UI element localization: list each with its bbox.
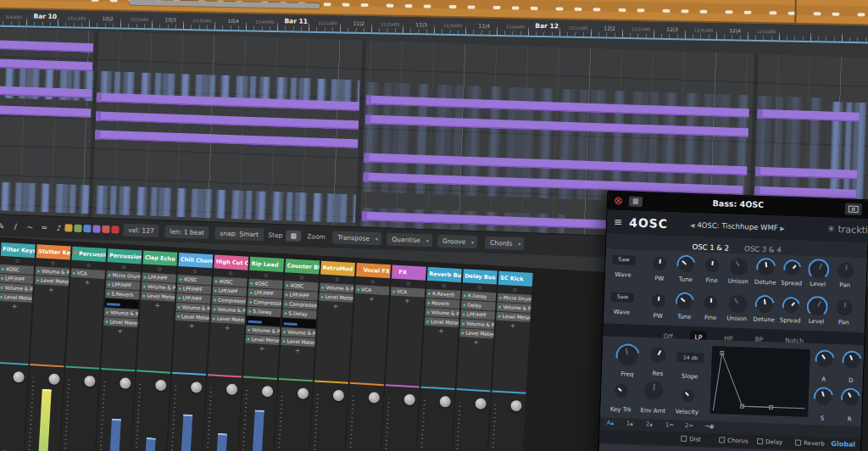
knob-unison[interactable] bbox=[728, 294, 747, 313]
pan-knob[interactable] bbox=[13, 371, 25, 383]
channel-header[interactable]: Reverb Bus bbox=[427, 267, 462, 282]
pan-knob[interactable] bbox=[475, 398, 487, 409]
fader-strip[interactable]: MS bbox=[199, 374, 242, 451]
wave-select-button[interactable]: Saw bbox=[611, 292, 634, 303]
channel-header[interactable]: Filter Keys bbox=[1, 242, 36, 258]
channel-header[interactable]: SC Kick bbox=[498, 271, 533, 287]
knob-velocity[interactable] bbox=[681, 388, 694, 402]
zoom-label[interactable]: Zoom bbox=[307, 232, 326, 241]
preset-next-icon[interactable]: ▶ bbox=[780, 226, 785, 232]
color-swatch[interactable] bbox=[102, 226, 109, 233]
pan-knob[interactable] bbox=[155, 380, 167, 392]
pan-knob[interactable] bbox=[191, 381, 203, 393]
color-swatch[interactable] bbox=[83, 225, 91, 232]
checkbox-icon[interactable] bbox=[757, 438, 763, 444]
fx-checkbox-delay[interactable]: Delay bbox=[757, 438, 782, 446]
fx-checkbox-chorus[interactable]: Chorus bbox=[719, 437, 748, 444]
pan-knob[interactable] bbox=[510, 400, 522, 412]
knob-env-amt[interactable] bbox=[644, 381, 664, 400]
knob-pw[interactable] bbox=[652, 293, 666, 308]
knob-level[interactable] bbox=[808, 297, 826, 315]
pan-knob[interactable] bbox=[368, 392, 380, 404]
knob-d[interactable] bbox=[843, 352, 860, 369]
pan-knob[interactable] bbox=[120, 377, 131, 389]
checkbox-icon[interactable] bbox=[795, 439, 801, 445]
pan-knob[interactable] bbox=[84, 376, 96, 387]
global-tab[interactable]: Global bbox=[831, 440, 855, 448]
plugin-window-4osc[interactable]: ⊗ ▦ Bass: 4OSC ≡ 4OSC ◀ 4OSC: Tischhupe … bbox=[598, 191, 868, 451]
envelope-icon[interactable]: 2▴ bbox=[646, 420, 653, 427]
knob-a[interactable] bbox=[816, 351, 833, 368]
knob-detune[interactable] bbox=[756, 296, 773, 313]
channel-header[interactable]: RetroMod Digital bbox=[320, 261, 355, 276]
color-swatch[interactable] bbox=[92, 225, 100, 232]
toolbar-dropdown-groove[interactable]: Groove bbox=[437, 235, 477, 249]
knob-unison[interactable] bbox=[730, 257, 748, 276]
knob-res[interactable] bbox=[650, 347, 666, 363]
knob-fine[interactable] bbox=[705, 259, 720, 273]
toolbar-chip[interactable]: vel: 127 bbox=[123, 224, 159, 237]
knob-r[interactable] bbox=[842, 389, 859, 406]
checkbox-icon[interactable] bbox=[719, 437, 725, 443]
pan-knob[interactable] bbox=[403, 394, 415, 406]
knob-pan[interactable] bbox=[837, 262, 854, 279]
envelope-icon[interactable]: 1≈ bbox=[665, 421, 675, 428]
knob-tune[interactable] bbox=[678, 257, 694, 273]
knob-spread[interactable] bbox=[785, 260, 800, 276]
color-swatch[interactable] bbox=[64, 224, 72, 231]
pan-knob[interactable] bbox=[48, 373, 60, 385]
fx-checkbox-reverb[interactable]: Reverb bbox=[795, 439, 825, 447]
toolbar-dropdown-quantise[interactable]: Quantise bbox=[387, 233, 432, 248]
fader-strip[interactable]: MS bbox=[21, 364, 64, 451]
channel-header[interactable]: High Cut Chords bbox=[214, 254, 248, 270]
pan-knob[interactable] bbox=[226, 383, 238, 395]
knob-detune[interactable] bbox=[758, 259, 775, 276]
knob-fine[interactable] bbox=[704, 296, 719, 310]
pan-knob[interactable] bbox=[333, 390, 345, 402]
camera-icon[interactable] bbox=[845, 203, 862, 215]
fader-strip[interactable]: MS bbox=[57, 365, 99, 451]
knob-pw[interactable] bbox=[653, 257, 667, 271]
fader-strip[interactable]: MS bbox=[128, 370, 170, 451]
preset-prev-icon[interactable]: ◀ bbox=[690, 222, 695, 229]
knob-tune[interactable] bbox=[677, 294, 693, 310]
envelope-icon[interactable]: 2≈ bbox=[685, 422, 694, 429]
channel-header[interactable]: Delay Bus bbox=[463, 269, 498, 284]
pan-knob[interactable] bbox=[262, 386, 274, 398]
envelope-icon[interactable]: A▴ bbox=[607, 420, 615, 426]
curve-tool-icon[interactable]: ~ bbox=[23, 220, 37, 235]
note-tool-icon[interactable]: ♪ bbox=[52, 221, 66, 236]
plugin-item[interactable]: Level Meter bbox=[0, 292, 32, 303]
toolbar-dropdown-transpose[interactable]: Transpose bbox=[332, 231, 381, 245]
color-swatch[interactable] bbox=[74, 225, 81, 232]
toolbar-dropdown-chords[interactable]: Chords bbox=[485, 237, 525, 251]
pencil-tool-icon[interactable]: ✎ bbox=[0, 219, 8, 233]
channel-header[interactable]: Vocal FX bbox=[356, 263, 391, 278]
step-entry-toggle[interactable]: ▦ bbox=[286, 230, 301, 242]
color-swatch[interactable] bbox=[111, 226, 119, 233]
channel-header[interactable]: Counter Blips bbox=[285, 259, 320, 274]
channel-header[interactable]: FX bbox=[392, 264, 426, 280]
wave-select-button[interactable]: Saw bbox=[612, 255, 635, 265]
channel-header[interactable]: Chill Chords bbox=[178, 253, 213, 268]
lfo-tool-icon[interactable]: ≈ bbox=[37, 220, 52, 235]
line-tool-icon[interactable]: / bbox=[8, 220, 23, 234]
knob-freq[interactable] bbox=[617, 345, 638, 366]
envelope-icon[interactable]: 1▴ bbox=[626, 420, 633, 427]
channel-header[interactable]: Percussion bbox=[108, 248, 142, 264]
channel-header[interactable]: Rip Lead bbox=[249, 257, 284, 272]
checkbox-icon[interactable] bbox=[681, 436, 687, 442]
toolbar-chip[interactable]: snap: Smart bbox=[214, 226, 264, 241]
knob-pan[interactable] bbox=[836, 299, 853, 316]
pan-knob[interactable] bbox=[439, 396, 451, 408]
envelope-icon[interactable]: →◉ bbox=[704, 423, 715, 430]
channel-header[interactable]: Clap Echo bbox=[142, 251, 177, 266]
slope-value-button[interactable]: 24 db bbox=[676, 353, 704, 363]
fader-strip[interactable]: MS bbox=[164, 372, 206, 451]
knob-s[interactable] bbox=[815, 388, 832, 405]
knob-spread[interactable] bbox=[783, 298, 798, 313]
filter-envelope-display[interactable] bbox=[709, 345, 811, 418]
channel-header[interactable]: Stutter Keys bbox=[36, 244, 71, 259]
knob-level[interactable] bbox=[809, 259, 827, 278]
fader-strip[interactable]: MS bbox=[0, 362, 28, 451]
